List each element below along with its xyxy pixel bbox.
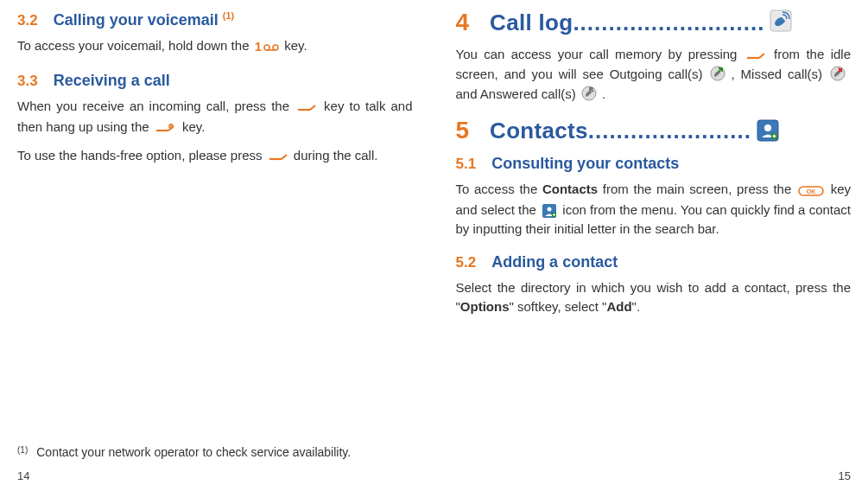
bold-contacts: Contacts (542, 182, 598, 196)
section-number: 3.3 (17, 73, 38, 90)
contacts-icon (757, 119, 779, 142)
svg-text:OK: OK (807, 188, 816, 194)
chapter-title: Call log (490, 10, 573, 36)
svg-point-1 (273, 45, 278, 50)
page-right: 4 Call log ........................... Y… (434, 0, 869, 491)
paragraph-3-3-2: To use the hands-free option, please pre… (17, 146, 413, 166)
svg-point-23 (548, 207, 552, 211)
paragraph-5-1: To access the Contacts from the main scr… (456, 180, 852, 239)
page-left: 3.2 Calling your voicemail (1) To access… (0, 0, 434, 491)
paragraph-3-3-1: When you receive an incoming call, press… (17, 97, 413, 137)
footnote-ref: (1) (223, 10, 234, 21)
page-number: 15 (456, 469, 852, 482)
svg-point-18 (764, 124, 771, 131)
paragraph-4: You can access your call memory by press… (456, 45, 852, 105)
send-key-icon (745, 46, 766, 66)
chapter-title: Contacts (490, 118, 588, 144)
paragraph-3-2: To access your voicemail, hold down the … (17, 36, 413, 56)
dot-leader: ....................... (588, 118, 751, 144)
send-key-icon (296, 98, 317, 118)
chapter-number: 5 (456, 117, 470, 144)
send-key-icon (268, 147, 288, 167)
section-5-2-heading: 5.2 Adding a contact (456, 253, 852, 271)
footnote: (1) Contact your network operator to che… (17, 443, 413, 461)
svg-point-0 (264, 45, 269, 50)
ok-key-icon: OK (798, 181, 824, 201)
end-key-icon (155, 118, 177, 137)
call-log-icon (770, 10, 792, 35)
dot-leader: ........................... (573, 10, 764, 36)
section-title: Adding a contact (491, 253, 618, 271)
voicemail-key-icon: 1 (255, 37, 279, 57)
chapter-number: 4 (456, 9, 470, 36)
page-number: 14 (17, 469, 413, 482)
missed-call-icon (830, 66, 849, 85)
answered-call-icon (581, 86, 600, 105)
svg-line-13 (759, 54, 764, 58)
bold-options: Options (460, 299, 510, 314)
footnote-marker: (1) (17, 445, 28, 455)
outgoing-call-icon (710, 66, 729, 85)
section-title: Calling your voicemail (1) (54, 10, 235, 29)
section-number: 5.2 (456, 254, 477, 271)
section-title: Receiving a call (54, 72, 170, 90)
section-number: 3.2 (17, 12, 38, 29)
chapter-5-heading: 5 Contacts ....................... (456, 117, 852, 144)
paragraph-5-2: Select the directory in which you wish t… (456, 278, 852, 317)
section-number: 5.1 (456, 156, 477, 173)
chapter-4-heading: 4 Call log ........................... (456, 9, 852, 36)
footnote-text: Contact your network operator to check s… (36, 443, 351, 461)
svg-line-4 (310, 105, 315, 110)
contacts-menu-icon (542, 203, 557, 219)
svg-line-10 (282, 155, 287, 159)
section-3-2-heading: 3.2 Calling your voicemail (1) (17, 10, 413, 29)
section-3-3-heading: 3.3 Receiving a call (17, 72, 413, 90)
section-5-1-heading: 5.1 Consulting your contacts (456, 155, 852, 173)
section-title: Consulting your contacts (491, 155, 679, 173)
bold-add: Add (606, 299, 631, 314)
